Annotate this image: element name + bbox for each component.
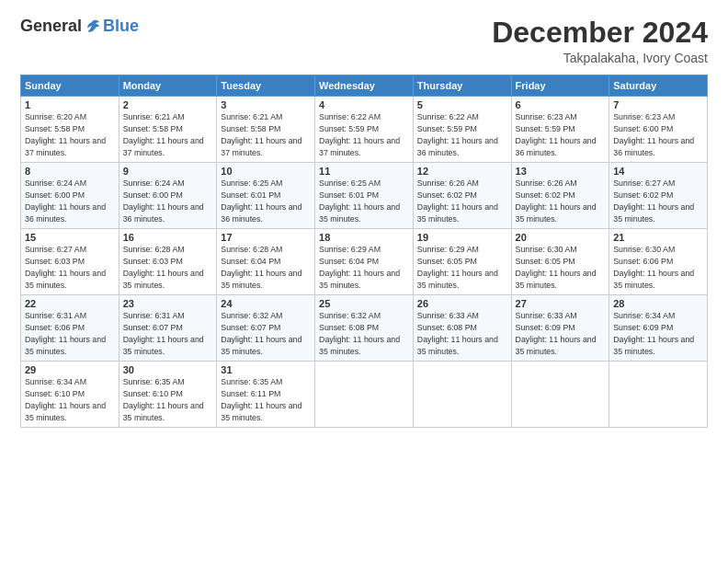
day-info: Sunrise: 6:34 AMSunset: 6:09 PMDaylight:… [613, 311, 694, 356]
table-row: 24 Sunrise: 6:32 AMSunset: 6:07 PMDaylig… [217, 295, 315, 362]
calendar: Sunday Monday Tuesday Wednesday Thursday… [20, 75, 708, 428]
calendar-week-1: 1 Sunrise: 6:20 AMSunset: 5:58 PMDayligh… [21, 97, 708, 163]
day-info: Sunrise: 6:30 AMSunset: 6:05 PMDaylight:… [516, 245, 597, 290]
table-row: 4 Sunrise: 6:22 AMSunset: 5:59 PMDayligh… [315, 97, 414, 163]
table-row [315, 362, 414, 428]
day-number: 31 [221, 364, 311, 375]
day-number: 10 [221, 166, 311, 177]
table-row: 22 Sunrise: 6:31 AMSunset: 6:06 PMDaylig… [21, 295, 119, 362]
day-number: 13 [516, 166, 606, 177]
day-number: 12 [417, 166, 507, 177]
title-area: December 2024 Takpalakaha, Ivory Coast [492, 17, 708, 65]
table-row [609, 362, 708, 428]
day-info: Sunrise: 6:30 AMSunset: 6:06 PMDaylight:… [613, 245, 694, 290]
table-row: 11 Sunrise: 6:25 AMSunset: 6:01 PMDaylig… [315, 163, 414, 229]
day-number: 19 [417, 232, 507, 243]
table-row: 26 Sunrise: 6:33 AMSunset: 6:08 PMDaylig… [413, 295, 511, 362]
day-number: 21 [613, 232, 703, 243]
day-number: 11 [319, 166, 409, 177]
day-number: 15 [25, 232, 115, 243]
day-number: 5 [417, 99, 507, 110]
logo-blue-text: Blue [103, 17, 139, 36]
day-info: Sunrise: 6:35 AMSunset: 6:11 PMDaylight:… [221, 377, 301, 422]
day-number: 8 [25, 166, 115, 177]
day-number: 30 [123, 364, 213, 375]
col-sunday: Sunday [21, 75, 119, 97]
day-info: Sunrise: 6:35 AMSunset: 6:10 PMDaylight:… [123, 377, 204, 422]
day-number: 1 [25, 99, 115, 110]
day-number: 6 [516, 99, 606, 110]
table-row: 10 Sunrise: 6:25 AMSunset: 6:01 PMDaylig… [217, 163, 315, 229]
table-row: 3 Sunrise: 6:21 AMSunset: 5:58 PMDayligh… [217, 97, 315, 163]
table-row: 31 Sunrise: 6:35 AMSunset: 6:11 PMDaylig… [217, 362, 315, 428]
table-row: 17 Sunrise: 6:28 AMSunset: 6:04 PMDaylig… [217, 229, 315, 295]
subtitle: Takpalakaha, Ivory Coast [492, 51, 708, 65]
table-row: 18 Sunrise: 6:29 AMSunset: 6:04 PMDaylig… [315, 229, 414, 295]
table-row: 6 Sunrise: 6:23 AMSunset: 5:59 PMDayligh… [511, 97, 609, 163]
table-row: 16 Sunrise: 6:28 AMSunset: 6:03 PMDaylig… [119, 229, 217, 295]
logo-bird-icon [85, 18, 101, 35]
table-row: 20 Sunrise: 6:30 AMSunset: 6:05 PMDaylig… [511, 229, 609, 295]
day-number: 29 [25, 364, 115, 375]
day-number: 27 [516, 298, 606, 309]
day-number: 24 [221, 298, 311, 309]
day-number: 25 [319, 298, 409, 309]
logo: General Blue [20, 17, 139, 36]
day-info: Sunrise: 6:21 AMSunset: 5:58 PMDaylight:… [123, 112, 204, 157]
day-number: 20 [516, 232, 606, 243]
table-row: 25 Sunrise: 6:32 AMSunset: 6:08 PMDaylig… [315, 295, 414, 362]
col-tuesday: Tuesday [217, 75, 315, 97]
day-number: 28 [613, 298, 703, 309]
calendar-week-3: 15 Sunrise: 6:27 AMSunset: 6:03 PMDaylig… [21, 229, 708, 295]
col-thursday: Thursday [413, 75, 511, 97]
col-saturday: Saturday [609, 75, 708, 97]
day-info: Sunrise: 6:33 AMSunset: 6:08 PMDaylight:… [417, 311, 498, 356]
day-number: 23 [123, 298, 213, 309]
day-info: Sunrise: 6:31 AMSunset: 6:06 PMDaylight:… [25, 311, 106, 356]
header: General Blue December 2024 Takpalakaha, … [20, 17, 708, 65]
table-row: 29 Sunrise: 6:34 AMSunset: 6:10 PMDaylig… [21, 362, 119, 428]
day-info: Sunrise: 6:26 AMSunset: 6:02 PMDaylight:… [516, 178, 597, 224]
calendar-week-2: 8 Sunrise: 6:24 AMSunset: 6:00 PMDayligh… [21, 163, 708, 229]
table-row: 8 Sunrise: 6:24 AMSunset: 6:00 PMDayligh… [21, 163, 119, 229]
table-row: 5 Sunrise: 6:22 AMSunset: 5:59 PMDayligh… [413, 97, 511, 163]
day-number: 18 [319, 232, 409, 243]
day-info: Sunrise: 6:31 AMSunset: 6:07 PMDaylight:… [123, 311, 204, 356]
table-row: 12 Sunrise: 6:26 AMSunset: 6:02 PMDaylig… [413, 163, 511, 229]
day-info: Sunrise: 6:32 AMSunset: 6:07 PMDaylight:… [221, 311, 301, 356]
col-friday: Friday [511, 75, 609, 97]
table-row: 7 Sunrise: 6:23 AMSunset: 6:00 PMDayligh… [609, 97, 708, 163]
day-info: Sunrise: 6:23 AMSunset: 6:00 PMDaylight:… [613, 112, 694, 157]
day-info: Sunrise: 6:24 AMSunset: 6:00 PMDaylight:… [123, 178, 204, 224]
day-info: Sunrise: 6:20 AMSunset: 5:58 PMDaylight:… [25, 112, 106, 157]
table-row: 15 Sunrise: 6:27 AMSunset: 6:03 PMDaylig… [21, 229, 119, 295]
day-info: Sunrise: 6:29 AMSunset: 6:04 PMDaylight:… [319, 245, 400, 290]
day-info: Sunrise: 6:27 AMSunset: 6:03 PMDaylight:… [25, 245, 106, 290]
day-number: 17 [221, 232, 311, 243]
day-info: Sunrise: 6:26 AMSunset: 6:02 PMDaylight:… [417, 178, 498, 224]
day-info: Sunrise: 6:33 AMSunset: 6:09 PMDaylight:… [516, 311, 597, 356]
day-info: Sunrise: 6:34 AMSunset: 6:10 PMDaylight:… [25, 377, 106, 422]
calendar-header-row: Sunday Monday Tuesday Wednesday Thursday… [21, 75, 708, 97]
table-row: 19 Sunrise: 6:29 AMSunset: 6:05 PMDaylig… [413, 229, 511, 295]
day-number: 7 [613, 99, 703, 110]
day-number: 9 [123, 166, 213, 177]
table-row: 13 Sunrise: 6:26 AMSunset: 6:02 PMDaylig… [511, 163, 609, 229]
table-row: 23 Sunrise: 6:31 AMSunset: 6:07 PMDaylig… [119, 295, 217, 362]
day-info: Sunrise: 6:23 AMSunset: 5:59 PMDaylight:… [516, 112, 597, 157]
day-info: Sunrise: 6:29 AMSunset: 6:05 PMDaylight:… [417, 245, 498, 290]
col-monday: Monday [119, 75, 217, 97]
table-row: 28 Sunrise: 6:34 AMSunset: 6:09 PMDaylig… [609, 295, 708, 362]
table-row: 27 Sunrise: 6:33 AMSunset: 6:09 PMDaylig… [511, 295, 609, 362]
day-number: 2 [123, 99, 213, 110]
day-number: 22 [25, 298, 115, 309]
table-row: 14 Sunrise: 6:27 AMSunset: 6:02 PMDaylig… [609, 163, 708, 229]
col-wednesday: Wednesday [315, 75, 414, 97]
calendar-week-5: 29 Sunrise: 6:34 AMSunset: 6:10 PMDaylig… [21, 362, 708, 428]
day-info: Sunrise: 6:22 AMSunset: 5:59 PMDaylight:… [417, 112, 498, 157]
main-title: December 2024 [492, 17, 708, 49]
day-number: 14 [613, 166, 703, 177]
table-row [413, 362, 511, 428]
logo-general-text: General [20, 17, 82, 36]
day-info: Sunrise: 6:28 AMSunset: 6:04 PMDaylight:… [221, 245, 301, 290]
